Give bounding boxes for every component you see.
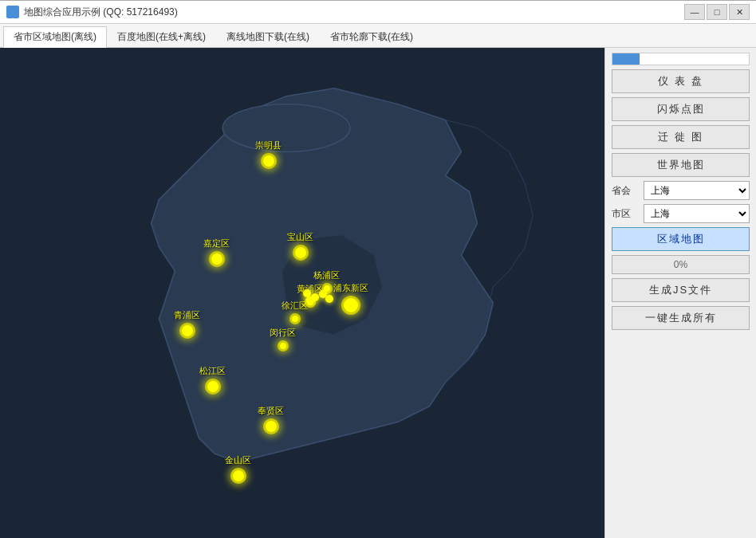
progress-text-container: 0% bbox=[612, 255, 750, 274]
tab-offline-region[interactable]: 省市区域地图(离线) bbox=[3, 26, 107, 48]
map-point-minhang[interactable]: 闵行区 bbox=[270, 327, 296, 351]
map-label-chongming: 崇明县 bbox=[255, 139, 282, 151]
world-map-button[interactable]: 世界地图 bbox=[612, 153, 750, 177]
map-label-jinshan: 金山区 bbox=[225, 454, 251, 466]
map-circle-minhang bbox=[278, 340, 289, 351]
migration-button[interactable]: 迁 徙 图 bbox=[612, 125, 750, 149]
dashboard-button[interactable]: 仪 表 盘 bbox=[612, 69, 750, 93]
map-label-minhang: 闵行区 bbox=[270, 327, 296, 339]
right-panel: 仪 表 盘 闪烁点图 迁 徙 图 世界地图 省会 上海 北京 广东 浙江 市区 … bbox=[604, 48, 756, 538]
top-progress-bar bbox=[612, 53, 750, 65]
map-circle-pudong bbox=[341, 296, 360, 315]
cluster-dot-4 bbox=[325, 295, 333, 303]
app-icon bbox=[6, 6, 19, 18]
map-label-songjiang: 松江区 bbox=[199, 365, 226, 377]
close-button[interactable]: ✕ bbox=[729, 4, 750, 20]
district-label: 市区 bbox=[612, 207, 640, 221]
map-point-fengxian[interactable]: 奉贤区 bbox=[258, 405, 284, 434]
tab-province-download[interactable]: 省市轮廓下载(在线) bbox=[320, 26, 423, 47]
map-point-qingpu[interactable]: 青浦区 bbox=[174, 309, 200, 339]
map-circle-xuhui bbox=[289, 313, 301, 324]
map-circle-jiading bbox=[209, 251, 225, 267]
map-label-fengxian: 奉贤区 bbox=[258, 405, 284, 417]
svg-point-0 bbox=[222, 104, 350, 152]
map-circle-qingpu bbox=[179, 323, 195, 339]
district-select[interactable]: 上海 黄浦区 徐汇区 浦东新区 bbox=[644, 204, 750, 223]
map-point-jiading[interactable]: 嘉定区 bbox=[203, 238, 230, 267]
title-controls: — □ ✕ bbox=[684, 4, 750, 20]
map-label-qingpu: 青浦区 bbox=[174, 309, 200, 321]
map-circle-baoshan bbox=[293, 245, 309, 261]
flash-map-button[interactable]: 闪烁点图 bbox=[612, 97, 750, 121]
district-select-row: 市区 上海 黄浦区 徐汇区 浦东新区 bbox=[612, 204, 750, 223]
map-circle-songjiang bbox=[205, 379, 221, 395]
tab-baidu-map[interactable]: 百度地图(在线+离线) bbox=[107, 26, 216, 47]
main-container: 崇明县 嘉定区 宝山区 青浦区 松江区 奉贤区 金山 bbox=[0, 48, 756, 538]
province-select[interactable]: 上海 北京 广东 浙江 bbox=[644, 181, 750, 200]
window-title: 地图综合应用示例 (QQ: 517216493) bbox=[24, 6, 178, 19]
map-point-songjiang[interactable]: 松江区 bbox=[199, 365, 226, 395]
title-bar-left: 地图综合应用示例 (QQ: 517216493) bbox=[6, 6, 178, 19]
cluster-dot-5 bbox=[306, 296, 314, 304]
maximize-button[interactable]: □ bbox=[707, 4, 727, 20]
map-circle-chongming bbox=[261, 153, 277, 169]
map-area[interactable]: 崇明县 嘉定区 宝山区 青浦区 松江区 奉贤区 金山 bbox=[0, 48, 604, 538]
map-circle-jinshan bbox=[230, 468, 246, 484]
top-progress-fill bbox=[612, 53, 640, 65]
map-point-baoshan[interactable]: 宝山区 bbox=[287, 231, 313, 261]
map-label-baoshan: 宝山区 bbox=[287, 231, 313, 243]
map-circle-fengxian bbox=[263, 418, 279, 434]
region-map-button[interactable]: 区域地图 bbox=[612, 227, 750, 251]
map-point-jinshan[interactable]: 金山区 bbox=[225, 454, 251, 484]
title-bar: 地图综合应用示例 (QQ: 517216493) — □ ✕ bbox=[0, 0, 756, 24]
province-select-row: 省会 上海 北京 广东 浙江 bbox=[612, 181, 750, 200]
menu-bar: 省市区域地图(离线) 百度地图(在线+离线) 离线地图下载(在线) 省市轮廓下载… bbox=[0, 24, 756, 48]
minimize-button[interactable]: — bbox=[684, 4, 705, 20]
map-label-yangpu: 杨浦区 bbox=[313, 269, 340, 281]
gen-all-button[interactable]: 一键生成所有 bbox=[612, 306, 750, 330]
tab-offline-download[interactable]: 离线地图下载(在线) bbox=[216, 26, 320, 47]
gen-js-button[interactable]: 生成JS文件 bbox=[612, 278, 750, 302]
map-point-chongming[interactable]: 崇明县 bbox=[255, 139, 282, 169]
map-label-jiading: 嘉定区 bbox=[203, 238, 230, 249]
province-label: 省会 bbox=[612, 184, 640, 198]
progress-text: 0% bbox=[674, 259, 687, 270]
